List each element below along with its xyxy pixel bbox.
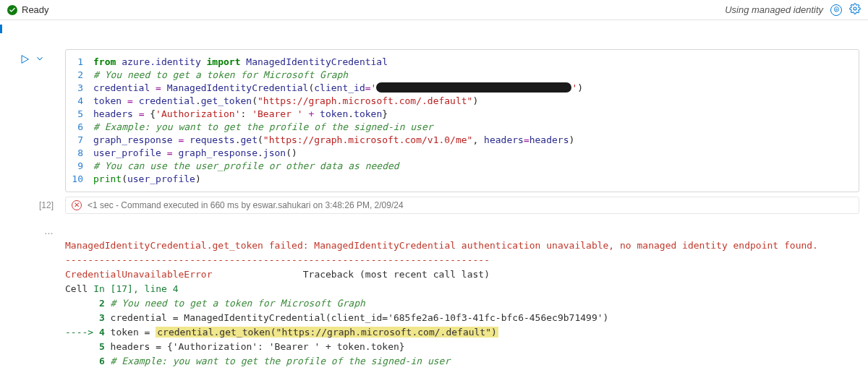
tb-arrow: ----> — [65, 327, 99, 338]
line-number: 2 — [66, 69, 93, 82]
line-number: 7 — [66, 134, 93, 147]
run-dropdown-icon[interactable] — [35, 53, 45, 66]
tb-line-4-num: 4 — [99, 327, 105, 338]
tb-cell-label: Cell — [65, 283, 93, 294]
line-number: 3 — [66, 82, 93, 95]
code-line[interactable]: 6# Example: you want to get the profile … — [66, 121, 859, 134]
line-number: 9 — [66, 160, 93, 173]
tb-line-2: # You need to get a token for Microsoft … — [105, 298, 365, 309]
code-line[interactable]: 3credential = ManagedIdentityCredential(… — [66, 82, 859, 95]
exec-time: <1 sec — [88, 200, 114, 210]
identity-label: Using managed identity — [725, 4, 823, 15]
code-line[interactable]: 1from azure.identity import ManagedIdent… — [66, 56, 859, 69]
tb-line-3-num: 3 — [99, 312, 105, 323]
code-line[interactable]: 8user_profile = graph_response.json() — [66, 147, 859, 160]
execution-status-bar: ✕ <1 sec - Command executed in 660 ms by… — [65, 197, 859, 214]
line-number: 1 — [66, 56, 93, 69]
error-message: ManagedIdentityCredential.get_token fail… — [65, 240, 818, 251]
tb-line-4-pre: token = — [105, 327, 156, 338]
left-indicator — [0, 25, 2, 33]
line-number: 8 — [66, 147, 93, 160]
status-text: Ready — [22, 4, 49, 15]
settings-gear-icon[interactable] — [849, 3, 861, 17]
line-number: 6 — [66, 121, 93, 134]
tb-line-4-highlight: credential.get_token("https://graph.micr… — [156, 327, 498, 338]
tb-line-2-num: 2 — [99, 298, 105, 309]
svg-point-0 — [854, 7, 856, 10]
exec-count: [12] — [14, 200, 65, 210]
exec-detail: - Command executed in 660 ms by eswar.sa… — [114, 200, 404, 210]
output-gutter: … — [14, 224, 65, 378]
run-cell-icon[interactable] — [19, 53, 30, 67]
traceback-hr: ----------------------------------------… — [65, 254, 490, 265]
code-line[interactable]: 4token = credential.get_token("https://g… — [66, 95, 859, 108]
error-name: CredentialUnavailableError — [65, 269, 213, 280]
code-line[interactable]: 5headers = {'Authorization': 'Bearer ' +… — [66, 108, 859, 121]
identity-circle-icon[interactable]: ⦾ — [830, 4, 842, 16]
code-line[interactable]: 7graph_response = requests.get("https://… — [66, 134, 859, 147]
code-line[interactable]: 9# You can use the user_profile or other… — [66, 160, 859, 173]
redacted-client-id — [376, 82, 571, 93]
tb-line-5: headers = {'Authorization': 'Bearer ' + … — [105, 341, 405, 352]
tb-cell-ref: In [17], line 4 — [93, 283, 178, 294]
code-cell[interactable]: 1from azure.identity import ManagedIdent… — [65, 49, 859, 192]
tb-line-6-num: 6 — [99, 356, 105, 366]
line-number: 4 — [66, 95, 93, 108]
status-bar: Ready Using managed identity ⦾ — [0, 0, 868, 20]
error-icon: ✕ — [72, 200, 82, 210]
output-body: ManagedIdentityCredential.get_token fail… — [65, 224, 859, 378]
code-line[interactable]: 2# You need to get a token for Microsoft… — [66, 69, 859, 82]
svg-marker-1 — [22, 56, 28, 64]
tb-line-3: credential = ManagedIdentityCredential(c… — [105, 312, 609, 323]
line-number: 5 — [66, 108, 93, 121]
tb-line-6: # Example: you want to get the profile o… — [105, 356, 450, 366]
tb-line-5-num: 5 — [99, 341, 105, 352]
line-number: 10 — [66, 173, 93, 186]
ready-status-icon — [7, 5, 17, 15]
traceback-label: Traceback (most recent call last) — [213, 269, 490, 280]
code-line[interactable]: 10print(user_profile) — [66, 173, 859, 186]
